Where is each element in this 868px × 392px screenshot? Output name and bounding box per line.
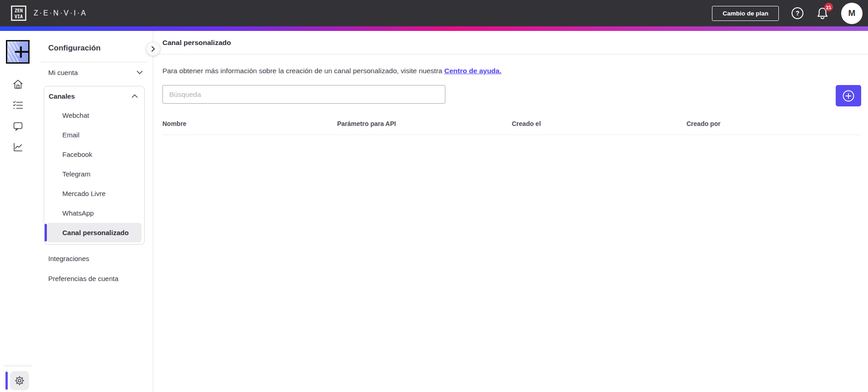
brand-wordmark: Z·E·N·V·I·A xyxy=(34,9,87,17)
svg-text:VIA: VIA xyxy=(15,14,23,19)
sidebar-item-email[interactable]: Email xyxy=(47,125,141,145)
workspace-thumbnail[interactable] xyxy=(6,40,30,64)
home-icon xyxy=(12,79,24,90)
page-body: Para obtener más información sobre la cr… xyxy=(153,55,868,135)
page-header: Canal personalizado xyxy=(153,31,868,55)
brand[interactable]: ZEN VIA Z·E·N·V·I·A xyxy=(11,5,87,21)
toolbar xyxy=(162,85,861,106)
sidebar-collapse-button[interactable] xyxy=(146,42,160,56)
analytics-nav-button[interactable] xyxy=(12,141,24,153)
circled-plus-icon xyxy=(842,90,855,102)
rail-divider xyxy=(4,366,32,366)
topbar: ZEN VIA Z·E·N·V·I·A Cambio de plan ? 21 … xyxy=(0,0,868,26)
rail-nav xyxy=(0,79,35,153)
chevron-down-icon xyxy=(136,70,143,75)
help-button[interactable]: ? xyxy=(791,7,804,20)
column-header-parametro-api: Parámetro para API xyxy=(337,120,512,127)
page-description: Para obtener más información sobre la cr… xyxy=(162,66,861,75)
change-plan-button[interactable]: Cambio de plan xyxy=(712,6,779,21)
column-header-nombre: Nombre xyxy=(162,120,337,127)
settings-nav-button[interactable] xyxy=(10,371,29,390)
integraciones-label: Integraciones xyxy=(48,255,89,262)
column-header-creado-el: Creado el xyxy=(512,120,686,127)
sidebar-item-webchat[interactable]: Webchat xyxy=(47,106,141,125)
chevron-right-icon xyxy=(151,46,155,52)
add-channel-button[interactable] xyxy=(836,85,861,106)
gear-icon xyxy=(14,375,25,386)
my-account-label: Mi cuenta xyxy=(48,69,78,76)
checklist-icon xyxy=(12,100,24,111)
help-icon: ? xyxy=(791,7,804,20)
description-text: Para obtener más información sobre la cr… xyxy=(162,67,442,75)
main-content: Canal personalizado Para obtener más inf… xyxy=(153,31,868,392)
column-header-creado-por: Creado por xyxy=(686,120,861,127)
sidebar-item-canal-personalizado[interactable]: Canal personalizado xyxy=(47,223,141,242)
channels-section: Canales Webchat Email Facebook Telegram … xyxy=(44,86,145,245)
search-input[interactable] xyxy=(162,85,445,104)
zenvia-logo-icon: ZEN VIA xyxy=(11,5,26,21)
sidebar-item-preferencias-de-cuenta[interactable]: Preferencias de cuenta xyxy=(35,268,153,288)
conversations-nav-button[interactable] xyxy=(12,121,24,132)
sidebar-item-facebook[interactable]: Facebook xyxy=(47,145,141,164)
settings-sidebar: Configuración Mi cuenta Canales Webchat … xyxy=(35,31,153,392)
line-chart-icon xyxy=(12,141,24,153)
channels-label: Canales xyxy=(49,92,75,100)
home-nav-button[interactable] xyxy=(12,79,24,90)
sidebar-item-channels[interactable]: Canales xyxy=(44,86,144,106)
help-center-link[interactable]: Centro de ayuda. xyxy=(444,67,502,75)
active-indicator xyxy=(5,372,8,390)
page-title: Canal personalizado xyxy=(162,39,231,47)
sidebar-item-telegram[interactable]: Telegram xyxy=(47,164,141,184)
sidebar-item-my-account[interactable]: Mi cuenta xyxy=(35,62,153,82)
svg-text:ZEN: ZEN xyxy=(15,8,23,13)
sidebar-title: Configuración xyxy=(48,44,153,53)
chevron-up-icon xyxy=(131,94,138,98)
preferencias-label: Preferencias de cuenta xyxy=(48,275,118,282)
tasks-nav-button[interactable] xyxy=(12,100,24,111)
brand-gradient-stripe xyxy=(0,26,868,31)
sidebar-item-whatsapp[interactable]: WhatsApp xyxy=(47,203,141,223)
sidebar-item-mercado-livre[interactable]: Mercado Livre xyxy=(47,184,141,203)
settings-nav xyxy=(5,371,29,390)
topbar-actions: Cambio de plan ? 21 M xyxy=(712,3,863,24)
icon-rail xyxy=(0,31,35,392)
sidebar-item-integraciones[interactable]: Integraciones xyxy=(35,248,153,268)
svg-text:?: ? xyxy=(796,10,800,17)
app-shell: Configuración Mi cuenta Canales Webchat … xyxy=(0,31,868,392)
chat-bubble-icon xyxy=(12,121,24,132)
table-header-row: Nombre Parámetro para API Creado el Crea… xyxy=(162,120,861,135)
notifications-button[interactable]: 21 xyxy=(816,6,829,20)
workspace-thumbnail-mark xyxy=(20,46,22,58)
avatar[interactable]: M xyxy=(841,3,863,24)
